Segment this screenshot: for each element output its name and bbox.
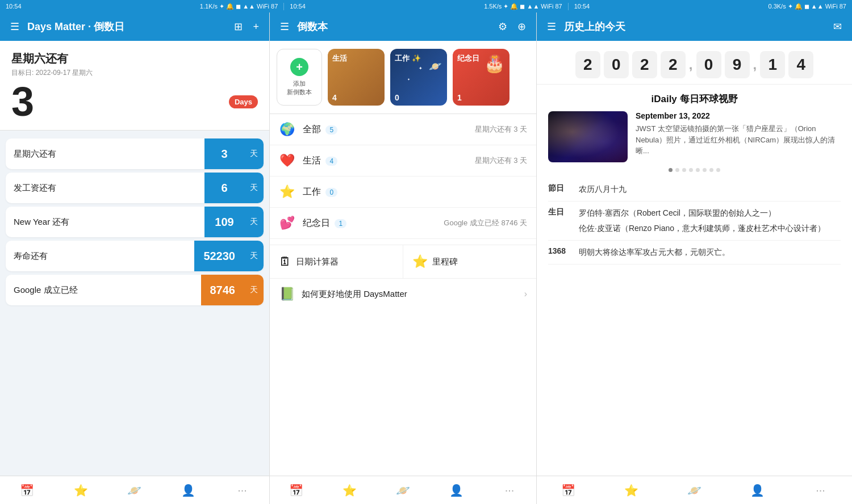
- notebook-work[interactable]: 工作 ✨ 0 ✦ ✦ 🪐: [390, 49, 447, 106]
- birthday-value-1: 伦佐·皮亚诺（Renzo Piano，意大利建筑师，蓬皮杜艺术中心设计者）: [579, 222, 841, 234]
- help-item[interactable]: 📗 如何更好地使用 DaysMatter ›: [270, 278, 536, 309]
- tab-more-2[interactable]: ···: [483, 484, 536, 497]
- menu-icon-2[interactable]: ☰: [278, 18, 291, 35]
- month-digit-0: 0: [696, 51, 721, 78]
- dot-4[interactable]: [696, 168, 700, 172]
- item-unit-0: 天: [244, 138, 264, 169]
- info-2: 1.5K/s ✦ 🔔 ◼ ▲▲ WiFi 87: [484, 3, 562, 10]
- list-item[interactable]: 发工资还有 6 天: [6, 173, 264, 203]
- info-3: 0.3K/s ✦ 🔔 ◼ ▲▲ WiFi 87: [768, 3, 846, 10]
- category-all-right: 星期六还有 3 天: [475, 124, 527, 135]
- category-life[interactable]: ❤️ 生活 4 星期六还有 3 天: [270, 145, 536, 177]
- event-text-0: 明朝大将徐达率军攻占元大都，元朝灭亡。: [579, 246, 841, 258]
- idaily-text: September 13, 2022 JWST 太空望远镜拍摄的第一张「猎户座星…: [636, 111, 841, 162]
- dot-2[interactable]: [682, 168, 686, 172]
- item-label-2: New Year 还有: [6, 217, 204, 228]
- tab-star-2[interactable]: ⭐: [323, 484, 377, 497]
- month-digit-1: 9: [725, 51, 750, 78]
- list-item[interactable]: 星期六还有 3 天: [6, 138, 264, 169]
- dot-3[interactable]: [689, 168, 693, 172]
- panel-history: ☰ 历史上的今天 ✉ 2 0 2 2 , 0 9 , 1 4 iDaily 每日…: [537, 12, 852, 504]
- menu-icon-3[interactable]: ☰: [545, 18, 558, 35]
- category-all[interactable]: 🌍 全部 5 星期六还有 3 天: [270, 114, 536, 145]
- category-work[interactable]: ⭐ 工作 0: [270, 177, 536, 208]
- panel2-title: 倒数本: [297, 20, 490, 33]
- category-life-right: 星期六还有 3 天: [475, 156, 527, 166]
- dot-6[interactable]: [709, 168, 713, 172]
- year-digit-3: 2: [661, 51, 686, 78]
- list-item[interactable]: Google 成立已经 8746 天: [6, 275, 264, 305]
- birthday-value-0: 罗伯特·塞西尔（Robert Cecil，国际联盟的创始人之一）: [579, 207, 841, 219]
- tab-planet-1[interactable]: 🪐: [108, 484, 162, 497]
- item-label-1: 发工资还有: [6, 183, 204, 194]
- notebook-life-count: 4: [332, 93, 337, 102]
- tab-bar-2: 📅 ⭐ 🪐 👤 ···: [270, 476, 536, 504]
- notebook-life[interactable]: 生活 4: [328, 49, 385, 106]
- milestone[interactable]: ⭐ 里程碑: [403, 245, 536, 278]
- day-digit-0: 1: [760, 51, 785, 78]
- tab-star-3[interactable]: ⭐: [600, 484, 663, 497]
- dot-1[interactable]: [675, 168, 679, 172]
- date-display: 2 0 2 2 , 0 9 , 1 4: [537, 41, 852, 85]
- hearts-icon: 💕: [279, 216, 295, 230]
- item-label-3: 寿命还有: [6, 251, 194, 262]
- notebook-anniversary[interactable]: 纪念日 1 🎂: [453, 49, 509, 106]
- cake-icon: 🎂: [484, 53, 505, 73]
- year-digit-1: 0: [604, 51, 629, 78]
- settings-icon[interactable]: ⚙: [496, 18, 509, 35]
- time-3: 10:54: [574, 3, 590, 10]
- status-bar: 10:54 1.1K/s ✦ 🔔 ◼ ▲▲ WiFi 87 10:54 1.5K…: [0, 0, 852, 12]
- comma-2: ,: [753, 57, 757, 73]
- add-notebook-label: 添加新倒数本: [287, 79, 312, 96]
- tab-planet-3[interactable]: 🪐: [663, 484, 726, 497]
- tab-planet-2[interactable]: 🪐: [377, 484, 430, 497]
- tab-more-1[interactable]: ···: [215, 484, 269, 497]
- tab-calendar-2[interactable]: 📅: [270, 484, 323, 497]
- date-calculator-label: 日期计算器: [296, 257, 339, 267]
- tab-user-1[interactable]: 👤: [161, 484, 215, 497]
- history-section: 節日 农历八月十九 生日 罗伯特·塞西尔（Robert Cecil，国际联盟的创…: [548, 178, 841, 264]
- countdown-hero: 星期六还有 目标日: 2022-09-17 星期六 3 Days: [0, 41, 269, 131]
- history-content: iDaily 每日环球视野 September 13, 2022 JWST 太空…: [537, 85, 852, 476]
- category-anniversary-right: Google 成立已经 8746 天: [444, 218, 527, 228]
- event-row-0: 1368 明朝大将徐达率军攻占元大都，元朝灭亡。: [548, 241, 841, 264]
- add-icon-1[interactable]: +: [250, 19, 261, 35]
- tab-calendar-1[interactable]: 📅: [0, 484, 54, 497]
- grid-icon[interactable]: ⊞: [232, 18, 245, 35]
- tab-star-1[interactable]: ⭐: [54, 484, 108, 497]
- chevron-right-icon: ›: [524, 289, 527, 299]
- tab-bar-3: 📅 ⭐ 🪐 👤 ···: [537, 476, 852, 504]
- idaily-title: iDaily 每日环球视野: [548, 93, 841, 106]
- list-item[interactable]: New Year 还有 109 天: [6, 207, 264, 237]
- item-value-0: 3: [204, 138, 244, 169]
- share-icon[interactable]: ✉: [831, 18, 844, 35]
- tab-calendar-3[interactable]: 📅: [537, 484, 600, 497]
- festival-label: 節日: [548, 183, 571, 195]
- list-item[interactable]: 寿命还有 52230 天: [6, 241, 264, 271]
- dot-5[interactable]: [703, 168, 707, 172]
- category-anniversary-count: 1: [335, 219, 346, 228]
- category-work-count: 0: [325, 188, 337, 197]
- tab-user-2[interactable]: 👤: [429, 484, 483, 497]
- category-anniversary[interactable]: 💕 纪念日 1 Google 成立已经 8746 天: [270, 208, 536, 239]
- category-list: 🌍 全部 5 星期六还有 3 天 ❤️ 生活 4 星期六还有 3 天 ⭐ 工作 …: [270, 114, 536, 476]
- panel-notebooks: ☰ 倒数本 ⚙ ⊕ + 添加新倒数本 生活 4: [270, 12, 537, 504]
- calculator-icon: 🗓: [279, 254, 291, 269]
- book-icon: 📗: [279, 287, 295, 301]
- time-1: 10:54: [6, 3, 22, 10]
- toolbar-1: ☰ Days Matter · 倒数日 ⊞ +: [0, 12, 269, 41]
- item-value-4: 8746: [201, 275, 245, 305]
- notebook-anniversary-label: 纪念日: [457, 53, 479, 64]
- menu-icon-1[interactable]: ☰: [8, 18, 22, 35]
- carousel-dots: [548, 168, 841, 172]
- item-unit-2: 天: [244, 207, 264, 237]
- date-calculator[interactable]: 🗓 日期计算器: [270, 245, 403, 278]
- dot-7[interactable]: [716, 168, 720, 172]
- tab-user-3[interactable]: 👤: [726, 484, 789, 497]
- add-icon-2[interactable]: ⊕: [515, 18, 528, 35]
- add-notebook-card[interactable]: + 添加新倒数本: [277, 49, 322, 106]
- festival-value: 农历八月十九: [579, 183, 841, 195]
- tab-more-3[interactable]: ···: [789, 484, 852, 497]
- notebook-cards: + 添加新倒数本 生活 4 工作 ✨ 0 ✦: [270, 41, 536, 114]
- dot-0[interactable]: [669, 168, 673, 172]
